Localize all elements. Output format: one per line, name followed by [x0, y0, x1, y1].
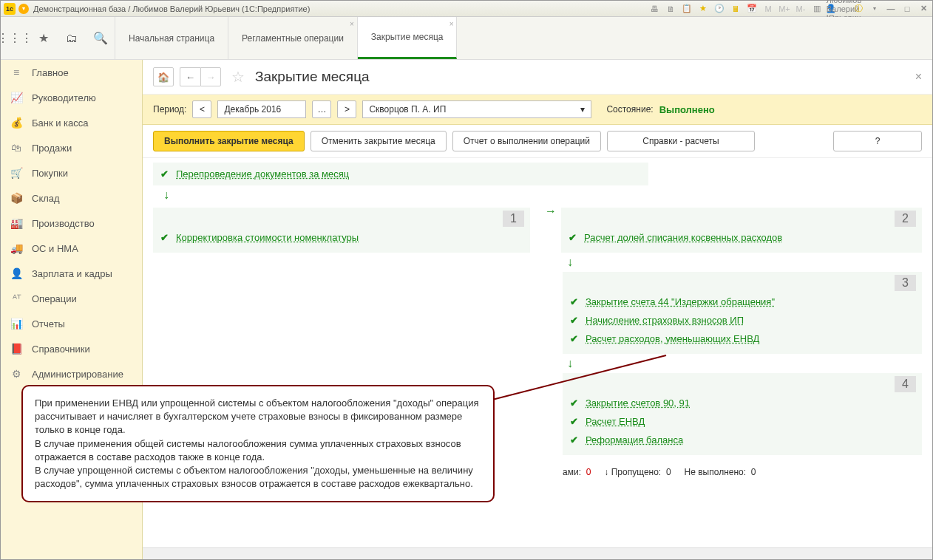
- sidebar-item-admin[interactable]: ⚙Администрирование: [1, 361, 142, 386]
- top-quick-icons: ⋮⋮⋮ ★ 🗂 🔍: [1, 17, 115, 59]
- period-field[interactable]: Декабрь 2016: [217, 100, 306, 118]
- search-icon[interactable]: 🔍: [93, 31, 108, 46]
- sidebar-item-sales[interactable]: 🛍Продажи: [1, 135, 142, 160]
- check-icon: ✔: [570, 333, 578, 344]
- op-link[interactable]: Реформация баланса: [586, 434, 683, 445]
- footer-stats: ами: 0 ↓ Пропущено: 0 Не выполнено: 0: [563, 461, 922, 483]
- repost-link[interactable]: Перепроведение документов за месяц: [176, 168, 349, 180]
- block-1: 1 ✔ Корректировка стоимости номенклатуры: [153, 208, 530, 253]
- check-icon: ✔: [570, 397, 578, 409]
- favorite-toggle-icon[interactable]: ☆: [231, 68, 245, 86]
- m-label[interactable]: M: [762, 3, 774, 15]
- op-link[interactable]: Расчет ЕНВД: [586, 416, 645, 427]
- status-value: Выполнено: [659, 104, 715, 115]
- sidebar-item-reports[interactable]: 📊Отчеты: [1, 311, 142, 336]
- sidebar-item-purchases[interactable]: 🛒Покупки: [1, 160, 142, 185]
- window-title: Демонстрационная база / Любимов Валерий …: [33, 4, 648, 13]
- op-link[interactable]: Закрытие счета 44 "Издержки обращения": [586, 296, 775, 307]
- clipboard-top-icon[interactable]: 🗂: [64, 31, 79, 46]
- block-4: 4 ✔Закрытие счетов 90, 91 ✔Расчет ЕНВД ✔…: [563, 373, 922, 455]
- menu-icon: ≡: [10, 66, 23, 78]
- block-number: 3: [895, 275, 916, 291]
- op-link[interactable]: Расчет расходов, уменьшающих ЕНВД: [586, 333, 759, 344]
- info-icon[interactable]: ⓘ: [852, 3, 864, 15]
- check-icon: ✔: [570, 416, 578, 427]
- apps-icon[interactable]: ⋮⋮⋮: [7, 31, 22, 46]
- tab-start[interactable]: Начальная страница: [115, 17, 228, 59]
- sidebar-item-operations[interactable]: ᴬᵀОперации: [1, 286, 142, 311]
- horizontal-scrollbar[interactable]: [143, 547, 932, 559]
- period-next-button[interactable]: >: [337, 100, 356, 118]
- op-link[interactable]: Закрытие счетов 90, 91: [586, 397, 690, 409]
- m-minus-label[interactable]: M-: [795, 3, 807, 15]
- star-icon[interactable]: ★: [36, 31, 51, 46]
- print-icon[interactable]: 🖶: [648, 3, 660, 15]
- help-button[interactable]: ?: [833, 131, 922, 151]
- doc-icon[interactable]: 🗎: [665, 3, 676, 15]
- cart-icon: 🛒: [10, 167, 23, 179]
- gear-icon: ⚙: [10, 368, 23, 380]
- history-icon[interactable]: 🕑: [713, 3, 725, 15]
- back-button[interactable]: ←: [180, 67, 200, 86]
- filter-bar: Период: < Декабрь 2016 … > Скворцов П. А…: [143, 95, 932, 125]
- titlebar-tools: 🖶 🗎 📋 ★ 🕑 🖩 📅 M M+ M- ▥ 👤 Любимов Валери…: [648, 3, 929, 15]
- dropdown-icon[interactable]: ▾: [18, 4, 29, 14]
- stage-repost: ✔ Перепроведение документов за месяц: [153, 163, 648, 185]
- check-icon: ✔: [160, 168, 169, 180]
- sidebar-item-hr[interactable]: 👤Зарплата и кадры: [1, 261, 142, 286]
- sidebar-item-main[interactable]: ≡Главное: [1, 60, 142, 85]
- top-area: ⋮⋮⋮ ★ 🗂 🔍 Начальная страница Регламентны…: [1, 17, 932, 60]
- block-number: 1: [503, 211, 524, 227]
- chart-icon: 📈: [10, 92, 23, 103]
- org-select[interactable]: Скворцов П. А. ИП▾: [362, 100, 591, 118]
- close-icon[interactable]: ✕: [917, 3, 929, 15]
- period-prev-button[interactable]: <: [192, 100, 211, 118]
- user-label[interactable]: 👤 Любимов Валерий Юрьевич: [832, 3, 844, 15]
- app-window: 1c ▾ Демонстрационная база / Любимов Вал…: [0, 0, 933, 560]
- minimize-icon[interactable]: —: [885, 3, 897, 15]
- sidebar-item-manager[interactable]: 📈Руководителю: [1, 85, 142, 110]
- period-picker-button[interactable]: …: [312, 100, 331, 118]
- sidebar-item-production[interactable]: 🏭Производство: [1, 211, 142, 236]
- report-button[interactable]: Отчет о выполнении операций: [452, 131, 601, 151]
- home-button[interactable]: 🏠: [153, 67, 174, 86]
- calc-icon[interactable]: 🖩: [730, 3, 742, 15]
- page-title: Закрытие месяца: [255, 69, 370, 85]
- panel-icon[interactable]: ▥: [811, 3, 823, 15]
- arrow-down-icon: ↓: [163, 188, 922, 202]
- factory-icon: 🏭: [10, 217, 23, 229]
- clipboard-icon[interactable]: 📋: [681, 3, 693, 15]
- right-col: → 2 ✔ Расчет долей списания косвенных ра…: [545, 205, 922, 483]
- page-close-icon[interactable]: ×: [915, 70, 922, 83]
- sidebar-item-bank[interactable]: 💰Банк и касса: [1, 110, 142, 135]
- tab-close-icon[interactable]: ×: [449, 20, 454, 28]
- tooltip-callout: При применении ЕНВД или упрощенной систе…: [21, 385, 495, 502]
- box-icon: 📦: [10, 192, 23, 204]
- tab-reglament[interactable]: Регламентные операции×: [228, 17, 358, 59]
- block-number: 4: [895, 376, 916, 392]
- m-plus-label[interactable]: M+: [778, 3, 790, 15]
- tab-closing[interactable]: Закрытие месяца×: [358, 17, 458, 59]
- check-icon: ✔: [570, 434, 578, 445]
- sidebar-item-refs[interactable]: 📕Справочники: [1, 336, 142, 361]
- truck-icon: 🚚: [10, 242, 23, 254]
- check-icon: ✔: [570, 315, 578, 326]
- sidebar-item-assets[interactable]: 🚚ОС и НМА: [1, 236, 142, 261]
- refs-button[interactable]: Справки - расчеты: [607, 131, 755, 151]
- favorite-icon[interactable]: ★: [697, 3, 709, 15]
- tab-close-icon[interactable]: ×: [350, 20, 354, 28]
- op-link[interactable]: Расчет долей списания косвенных расходов: [584, 232, 782, 243]
- sidebar-item-warehouse[interactable]: 📦Склад: [1, 185, 142, 211]
- arrow-down-icon: ↓: [567, 357, 922, 370]
- execute-button[interactable]: Выполнить закрытие месяца: [153, 131, 305, 151]
- op-link[interactable]: Начисление страховых взносов ИП: [586, 315, 744, 326]
- tabs: Начальная страница Регламентные операции…: [115, 17, 932, 59]
- forward-button[interactable]: →: [200, 67, 221, 86]
- bag-icon: 🛍: [10, 142, 23, 154]
- info-dd-icon[interactable]: ▾: [869, 3, 881, 15]
- maximize-icon[interactable]: □: [901, 3, 913, 15]
- op-link[interactable]: Корректировка стоимости номенклатуры: [176, 232, 359, 243]
- titlebar: 1c ▾ Демонстрационная база / Любимов Вал…: [1, 1, 932, 17]
- calendar-icon[interactable]: 📅: [746, 3, 758, 15]
- cancel-button[interactable]: Отменить закрытие месяца: [311, 131, 447, 151]
